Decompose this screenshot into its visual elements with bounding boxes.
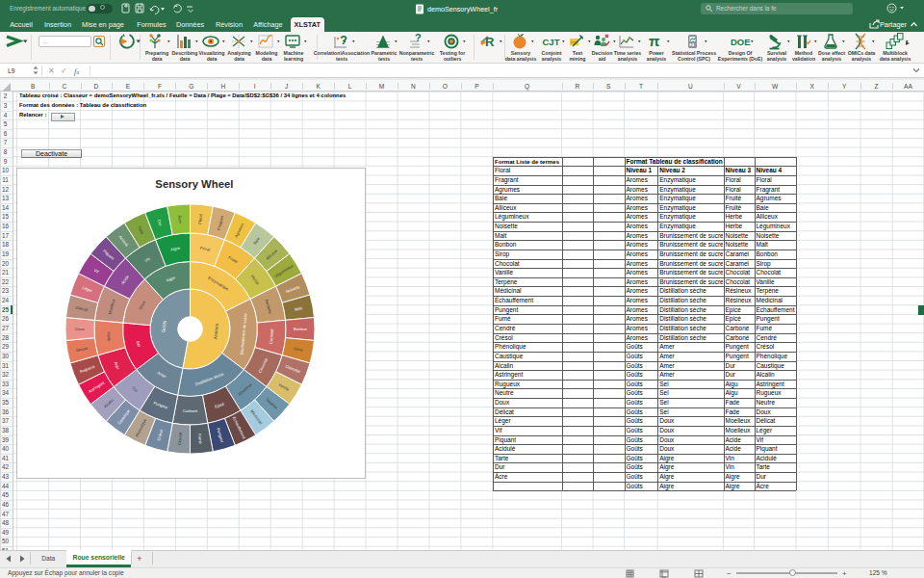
svg-text:Carboné: Carboné — [183, 408, 198, 413]
svg-text:Bonbon: Bonbon — [294, 327, 308, 331]
svg-text:Fade: Fade — [106, 331, 112, 341]
svg-text:Floral: Floral — [197, 214, 203, 224]
svg-text:Doux: Doux — [75, 327, 85, 331]
svg-text:Fumé: Fumé — [197, 434, 203, 445]
svg-text:Âcre: Âcre — [177, 215, 183, 224]
